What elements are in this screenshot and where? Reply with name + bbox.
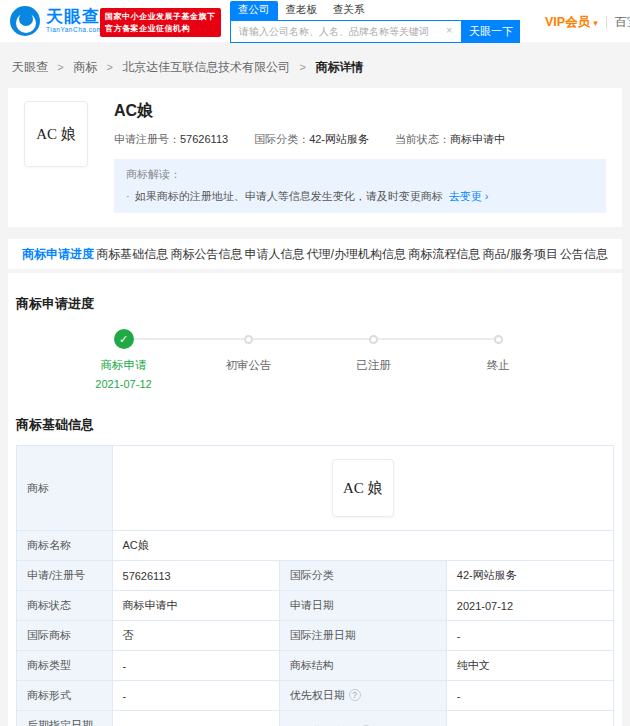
bullet-icon: · <box>126 190 130 202</box>
trademark-image-label: 商标 <box>17 446 113 531</box>
tab-gazette-info[interactable]: 商标公告信息 <box>170 246 242 263</box>
breadcrumb-separator: > <box>106 61 112 73</box>
search-input[interactable] <box>230 20 462 43</box>
current-status-value: 商标申请中 <box>450 133 505 145</box>
search-tab-company[interactable]: 查公司 <box>230 1 278 20</box>
progress-section-heading: 商标申请进度 <box>16 295 614 313</box>
step-pending-dot-icon <box>244 335 253 344</box>
header-right: VIP会员 ▾ 百宝箱 <box>545 14 630 31</box>
row-value: - <box>446 681 613 711</box>
link-arrow-icon: › <box>485 190 489 202</box>
row-label: 优先权日期? <box>279 681 446 711</box>
row-label: 是否共有商标? <box>279 711 446 726</box>
search-button[interactable]: 天眼一下 <box>462 20 520 43</box>
row-label: 申请日期 <box>279 591 446 621</box>
tianyancha-eye-icon <box>10 6 40 36</box>
row-value: - <box>112 711 279 726</box>
tab-goods-services[interactable]: 商品/服务项目 <box>482 246 557 263</box>
trademark-image: AC 娘 <box>24 101 88 167</box>
certification-badge: 国家中小企业发展子基金旗下 官方备案企业征信机构 <box>100 8 221 37</box>
tab-agency-info[interactable]: 代理/办理机构信息 <box>307 246 406 263</box>
row-value: 否 <box>446 711 613 726</box>
row-label: 商标结构 <box>279 651 446 681</box>
table-row: 国际商标 否 国际注册日期 - <box>17 621 614 651</box>
row-label: 国际分类 <box>279 561 446 591</box>
table-row: 申请/注册号 57626113 国际分类 42-网站服务 <box>17 561 614 591</box>
row-value: 否 <box>112 621 279 651</box>
breadcrumb-home[interactable]: 天眼查 <box>12 60 48 74</box>
breadcrumb-separator: > <box>57 61 63 73</box>
intl-class-label: 国际分类： <box>254 133 309 145</box>
row-label: 国际商标 <box>17 621 113 651</box>
current-status-label: 当前状态： <box>395 133 450 145</box>
step-pending-dot-icon <box>369 335 378 344</box>
help-icon[interactable]: ? <box>349 689 361 701</box>
step-label: 初审公告 <box>186 358 311 373</box>
header-divider <box>606 16 607 29</box>
basic-info-table: 商标 AC 娘 商标名称 AC娘 申请/注册号 57626113 国际分类 42… <box>16 445 614 726</box>
table-row: 商标形式 - 优先权日期? - <box>17 681 614 711</box>
trademark-summary-card: AC 娘 AC娘 申请注册号：57626113 国际分类：42-网站服务 当前状… <box>8 88 622 227</box>
certification-badge-line1: 国家中小企业发展子基金旗下 <box>105 11 216 23</box>
clear-icon[interactable]: × <box>446 24 452 36</box>
breadcrumb-separator: > <box>300 61 306 73</box>
row-label: 国际注册日期 <box>279 621 446 651</box>
step-label: 终止 <box>436 358 561 373</box>
row-value: - <box>112 651 279 681</box>
caret-down-icon: ▾ <box>593 18 598 28</box>
trademark-name-label: 商标名称 <box>17 531 113 561</box>
reg-number-label: 申请注册号： <box>114 133 180 145</box>
row-value: - <box>112 681 279 711</box>
table-row: 商标状态 商标申请中 申请日期 2021-07-12 <box>17 591 614 621</box>
search-tab-boss[interactable]: 查老板 <box>278 1 326 20</box>
step-application: ✓ 商标申请 2021-07-12 <box>61 329 186 390</box>
tab-announcement-info[interactable]: 公告信息 <box>560 246 608 263</box>
application-progress-stepper: ✓ 商标申请 2021-07-12 初审公告 已注册 终止 <box>61 329 561 390</box>
trademark-title: AC娘 <box>114 101 606 122</box>
go-change-link[interactable]: 去变更 › <box>449 190 489 202</box>
basic-info-section-heading: 商标基础信息 <box>16 416 614 434</box>
summary-fields: 申请注册号：57626113 国际分类：42-网站服务 当前状态：商标申请中 <box>114 132 606 147</box>
search-tabs: 查公司 查老板 查关系 <box>230 1 520 20</box>
certification-badge-line2: 官方备案企业征信机构 <box>105 23 216 35</box>
toolbox-link[interactable]: 百宝箱 <box>615 14 630 31</box>
row-label: 商标状态 <box>17 591 113 621</box>
step-terminated: 终止 <box>436 329 561 390</box>
table-row: 商标名称 AC娘 <box>17 531 614 561</box>
tab-applicant-info[interactable]: 申请人信息 <box>245 246 305 263</box>
step-registered: 已注册 <box>311 329 436 390</box>
detail-tab-bar: 商标申请进度 商标基础信息 商标公告信息 申请人信息 代理/办理机构信息 商标流… <box>8 239 622 269</box>
site-header: 天眼查 TianYanCha.com 国家中小企业发展子基金旗下 官方备案企业征… <box>0 0 630 42</box>
step-preliminary-gazette: 初审公告 <box>186 329 311 390</box>
trademark-name-value: AC娘 <box>112 531 613 561</box>
intl-class-value: 42-网站服务 <box>309 133 369 145</box>
row-label: 商标类型 <box>17 651 113 681</box>
table-row: 后期指定日期? - 是否共有商标? 否 <box>17 711 614 726</box>
breadcrumb-trademark[interactable]: 商标 <box>73 60 97 74</box>
vip-member-link[interactable]: VIP会员 ▾ <box>545 14 598 31</box>
trademark-image-cell: AC 娘 <box>112 446 613 531</box>
step-label: 商标申请 <box>61 358 186 373</box>
step-label: 已注册 <box>311 358 436 373</box>
row-label: 商标形式 <box>17 681 113 711</box>
row-value: 57626113 <box>112 561 279 591</box>
search-tab-relation[interactable]: 查关系 <box>325 1 373 20</box>
table-row: 商标类型 - 商标结构 纯中文 <box>17 651 614 681</box>
breadcrumb-company[interactable]: 北京达佳互联信息技术有限公司 <box>122 60 290 74</box>
step-date: 2021-07-12 <box>61 378 186 390</box>
tab-application-progress[interactable]: 商标申请进度 <box>22 246 94 263</box>
row-value: - <box>446 621 613 651</box>
row-value: 商标申请中 <box>112 591 279 621</box>
trademark-interpretation-panel: 商标解读： ·如果商标的注册地址、申请人等信息发生变化，请及时变更商标去变更 › <box>114 159 606 213</box>
tab-basic-info[interactable]: 商标基础信息 <box>96 246 168 263</box>
row-label: 申请/注册号 <box>17 561 113 591</box>
step-pending-dot-icon <box>494 335 503 344</box>
brand-domain: TianYanCha.com <box>46 27 103 34</box>
breadcrumb-current: 商标详情 <box>315 60 363 74</box>
tianyancha-logo[interactable]: 天眼查 TianYanCha.com <box>10 6 103 36</box>
interpretation-title: 商标解读： <box>126 167 594 182</box>
tab-process-info[interactable]: 商标流程信息 <box>408 246 480 263</box>
detail-content-card: 商标申请进度 ✓ 商标申请 2021-07-12 初审公告 已注册 终止 商标基… <box>8 273 622 726</box>
table-row: 商标 AC 娘 <box>17 446 614 531</box>
interpretation-text: 如果商标的注册地址、申请人等信息发生变化，请及时变更商标 <box>135 190 443 202</box>
